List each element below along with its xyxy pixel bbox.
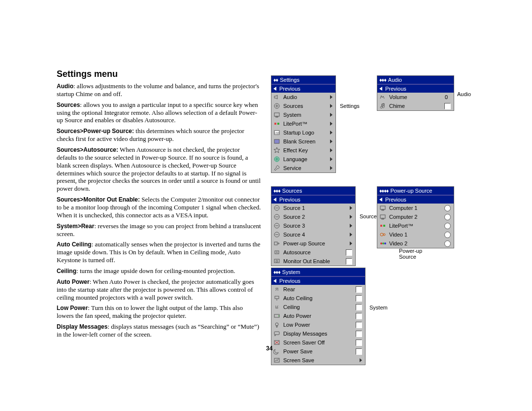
radio-button[interactable] (444, 240, 451, 247)
menu-item[interactable]: RCeiling (271, 303, 365, 311)
checkbox[interactable] (356, 295, 362, 302)
menu-item[interactable]: Auto Ceiling (271, 294, 365, 303)
svg-point-27 (382, 242, 384, 244)
menu-item[interactable]: Effect Key (271, 146, 335, 155)
menu-item[interactable]: Language (271, 155, 335, 164)
powerup-panel: ♦♦♦♦ Power-up Source Previous Computer 1… (377, 186, 454, 248)
menu-item[interactable]: Service (271, 164, 335, 172)
powerup-titlebar: ♦♦♦♦ Power-up Source (377, 187, 454, 195)
svg-point-33 (278, 315, 279, 316)
svg-point-34 (275, 323, 278, 326)
menu-item[interactable]: Screen Save (271, 356, 365, 365)
menu-item[interactable]: Auto Power (271, 311, 365, 320)
menu-item[interactable]: Sources (271, 102, 335, 110)
menu-item[interactable]: LogoStartup Logo (271, 128, 335, 137)
description-column: Audio: allows adjustments to the volume … (57, 82, 261, 342)
menu-item-label: Chime (389, 103, 444, 109)
system-diamonds-icon: ♦♦♦ (273, 269, 280, 275)
system-titlebar: ♦♦♦ System (271, 268, 365, 276)
powerup-previous[interactable]: Previous (377, 195, 454, 204)
checkbox[interactable] (356, 340, 362, 346)
desc-audio: : allows adjustments to the volume and b… (57, 82, 259, 98)
ps-icon (273, 348, 280, 355)
left-arrow-icon (273, 279, 276, 283)
menu-item[interactable]: Power-up Source (271, 239, 355, 248)
menu-item-label: Volume (389, 94, 445, 100)
menu-item[interactable]: Computer 1 (377, 204, 454, 212)
pus-icon (273, 240, 280, 247)
svg-rect-4 (277, 123, 279, 125)
menu-item[interactable]: Chime (377, 102, 454, 110)
left-arrow-icon (379, 198, 382, 202)
menu-item-label: Startup Logo (283, 130, 330, 136)
menu-item[interactable]: Source 3 (271, 221, 355, 230)
term-auto-power: Auto Power (57, 278, 90, 285)
menu-item[interactable]: AAutosource (271, 248, 355, 257)
menu-item[interactable]: Computer 2 (377, 212, 454, 221)
menu-item-label: Language (283, 156, 330, 162)
checkbox[interactable] (356, 304, 362, 310)
menu-item[interactable]: LitePort™ (377, 221, 454, 230)
menu-item[interactable]: Monitor Out Enable (271, 257, 355, 266)
svg-rect-13 (274, 242, 277, 245)
menu-item[interactable]: Power Save (271, 347, 365, 356)
system-side-label: System (369, 305, 388, 310)
menu-item-label: Source 3 (283, 223, 350, 229)
radio-button[interactable] (444, 232, 451, 238)
sources-previous[interactable]: Previous (271, 195, 355, 204)
menu-item[interactable]: Video 1 (377, 230, 454, 239)
settings-titlebar: ♦♦ Settings (271, 76, 335, 84)
checkbox[interactable] (356, 331, 362, 337)
radio-button[interactable] (444, 214, 451, 220)
vid2-icon (379, 240, 386, 247)
menu-item-label: Audio (283, 94, 330, 100)
menu-item[interactable]: Video 2 (377, 239, 454, 248)
src-icon (273, 103, 280, 109)
radio-button[interactable] (444, 205, 451, 211)
svg-point-24 (380, 233, 383, 236)
menu-item[interactable]: Blank Screen (271, 137, 335, 146)
menu-item-label: Blank Screen (283, 138, 330, 144)
lp-icon (379, 222, 386, 229)
menu-item[interactable]: Audio (271, 93, 335, 102)
powerup-side-label: Power-up Source (399, 248, 438, 260)
menu-item-label: LitePort™ (389, 223, 444, 229)
submenu-arrow-icon (330, 157, 332, 161)
menu-item-label: Autosource (283, 249, 346, 255)
sources-panel: ♦♦♦ Sources Previous Source 1Source 2Sou… (271, 186, 356, 266)
svg-rect-35 (274, 332, 279, 335)
checkbox[interactable] (346, 258, 352, 265)
menu-item[interactable]: Source 1 (271, 204, 355, 212)
vid-icon (379, 231, 386, 238)
menu-item-label: Computer 1 (389, 205, 444, 211)
checkbox[interactable] (356, 286, 362, 293)
menu-item[interactable]: LitePort™ (271, 119, 335, 128)
menu-item[interactable]: Low Power (271, 320, 365, 329)
menu-item-label: Display Messages (283, 331, 356, 337)
menu-item[interactable]: System (271, 110, 335, 119)
menu-item[interactable]: Screen Saver Off (271, 338, 365, 347)
menu-item-label: Auto Ceiling (283, 295, 356, 301)
settings-panel: ♦♦ Settings Previous AudioSourcesSystemL… (271, 75, 336, 173)
audio-previous[interactable]: Previous (377, 84, 454, 93)
system-previous[interactable]: Previous (271, 276, 365, 285)
menu-item[interactable]: Display Messages (271, 329, 365, 338)
settings-previous[interactable]: Previous (271, 84, 335, 93)
submenu-arrow-icon (350, 215, 352, 219)
audio-titlebar: ♦♦♦ Audio (377, 76, 454, 84)
menu-item[interactable]: Source 4 (271, 230, 355, 239)
menu-item-label: Power Save (283, 348, 356, 354)
checkbox[interactable] (356, 313, 362, 319)
checkbox[interactable] (356, 348, 362, 355)
menu-item-label: Ceiling (283, 304, 356, 310)
svg-rect-19 (382, 209, 384, 210)
menu-item[interactable]: Volume0 (377, 93, 454, 102)
checkbox[interactable] (346, 249, 352, 256)
checkbox[interactable] (356, 322, 362, 328)
svg-rect-2 (276, 116, 278, 117)
menu-item[interactable]: Source 2 (271, 212, 355, 221)
checkbox[interactable] (444, 103, 451, 109)
svg-rect-3 (274, 123, 276, 125)
menu-item[interactable]: RRear (271, 285, 365, 294)
radio-button[interactable] (444, 223, 451, 229)
